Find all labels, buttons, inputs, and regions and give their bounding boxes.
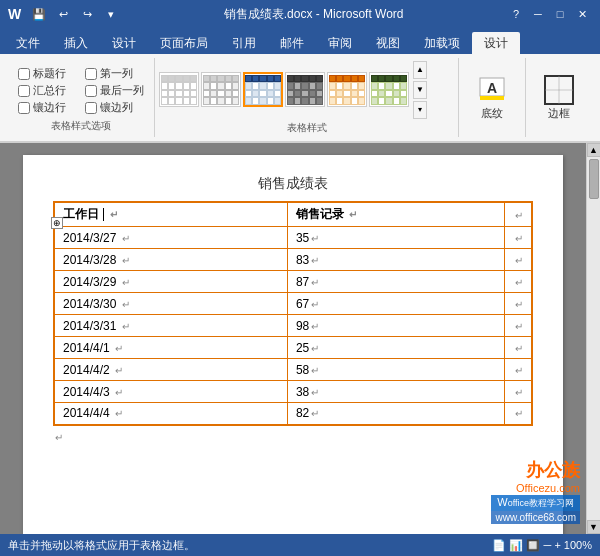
status-message: 单击并拖动以将格式应用于表格边框。 bbox=[8, 538, 195, 553]
sales-table[interactable]: 工作日 ↵ 销售记录 ↵ ↵ bbox=[53, 201, 533, 426]
sales-cell: 58↵ bbox=[287, 359, 504, 381]
app-window: W 💾 ↩ ↪ ▾ 销售成绩表.docx - Microsoft Word ? … bbox=[0, 0, 600, 556]
title-text: 销售成绩表.docx - Microsoft Word bbox=[121, 6, 506, 23]
doc-footer: ↵ bbox=[53, 430, 533, 444]
table-style-grid1[interactable] bbox=[201, 72, 241, 107]
border-button[interactable]: 边框 bbox=[534, 69, 584, 126]
table-styles-gallery: ▲ ▼ ▾ bbox=[159, 60, 454, 119]
extra-cell: ↵ bbox=[505, 271, 533, 293]
extra-cell: ↵ bbox=[505, 249, 533, 271]
gallery-scroll-down[interactable]: ▼ bbox=[413, 81, 427, 99]
tab-insert[interactable]: 插入 bbox=[52, 32, 100, 54]
shading-group: A 底纹 bbox=[459, 58, 526, 137]
checkbox-last-col[interactable]: 最后一列 bbox=[85, 83, 144, 98]
workday-cell: 2014/3/27 ↵ bbox=[54, 227, 287, 249]
workday-cell: 2014/4/1 ↵ bbox=[54, 337, 287, 359]
workday-cell: 2014/4/2 ↵ bbox=[54, 359, 287, 381]
table-row: 2014/4/1 ↵25↵↵ bbox=[54, 337, 532, 359]
tab-mail[interactable]: 邮件 bbox=[268, 32, 316, 54]
word-icon: W bbox=[8, 6, 21, 22]
scroll-thumb[interactable] bbox=[589, 159, 599, 199]
checkbox-total-row[interactable]: 汇总行 bbox=[18, 83, 77, 98]
tab-file[interactable]: 文件 bbox=[4, 32, 52, 54]
table-row: 2014/4/2 ↵58↵↵ bbox=[54, 359, 532, 381]
main-area: ⊕ 销售成绩表 工作日 ↵ bbox=[0, 143, 600, 534]
sales-cell: 87↵ bbox=[287, 271, 504, 293]
workday-cell: 2014/4/4 ↵ bbox=[54, 403, 287, 425]
svg-rect-1 bbox=[480, 96, 504, 100]
first-col-checkbox[interactable] bbox=[85, 68, 97, 80]
tab-view[interactable]: 视图 bbox=[364, 32, 412, 54]
tab-tabledesign[interactable]: 设计 bbox=[472, 32, 520, 54]
checkbox-band-row[interactable]: 镶边行 bbox=[18, 100, 77, 115]
title-bar-left: W 💾 ↩ ↪ ▾ bbox=[8, 5, 121, 23]
last-col-checkbox[interactable] bbox=[85, 85, 97, 97]
customize-button[interactable]: ▾ bbox=[101, 5, 121, 23]
workday-cell: 2014/3/29 ↵ bbox=[54, 271, 287, 293]
extra-cell: ↵ bbox=[505, 227, 533, 249]
table-style-green1[interactable] bbox=[369, 72, 409, 107]
tab-references[interactable]: 引用 bbox=[220, 32, 268, 54]
tab-addins[interactable]: 加载项 bbox=[412, 32, 472, 54]
help-button[interactable]: ? bbox=[506, 5, 526, 23]
document-page[interactable]: ⊕ 销售成绩表 工作日 ↵ bbox=[23, 155, 563, 534]
extra-cell: ↵ bbox=[505, 403, 533, 425]
border-icon bbox=[543, 74, 575, 106]
sales-cell: 67↵ bbox=[287, 293, 504, 315]
sales-cell: 98↵ bbox=[287, 315, 504, 337]
table-header-row: 工作日 ↵ 销售记录 ↵ ↵ bbox=[54, 202, 532, 227]
save-button[interactable]: 💾 bbox=[29, 5, 49, 23]
table-styles-label: 表格样式 bbox=[159, 121, 454, 135]
workday-cell: 2014/4/3 ↵ bbox=[54, 381, 287, 403]
undo-button[interactable]: ↩ bbox=[53, 5, 73, 23]
tab-design1[interactable]: 设计 bbox=[100, 32, 148, 54]
table-style-options-label: 表格样式选项 bbox=[14, 119, 148, 133]
gallery-scroll-up[interactable]: ▲ bbox=[413, 61, 427, 79]
table-move-handle[interactable]: ⊕ bbox=[51, 217, 63, 229]
col-extra: ↵ bbox=[505, 202, 533, 227]
shading-button[interactable]: A 底纹 bbox=[467, 69, 517, 126]
table-row: 2014/3/29 ↵87↵↵ bbox=[54, 271, 532, 293]
band-col-checkbox[interactable] bbox=[85, 102, 97, 114]
col-sales: 销售记录 ↵ bbox=[287, 202, 504, 227]
gallery-expand[interactable]: ▾ bbox=[413, 101, 427, 119]
status-bar: 单击并拖动以将格式应用于表格边框。 📄 📊 🔲 ─ + 100% bbox=[0, 534, 600, 556]
status-icons: 📄 📊 🔲 ─ + 100% bbox=[492, 539, 592, 552]
table-row: 2014/4/3 ↵38↵↵ bbox=[54, 381, 532, 403]
vertical-scrollbar: ▲ ▼ bbox=[586, 143, 600, 534]
checkbox-first-col[interactable]: 第一列 bbox=[85, 66, 144, 81]
workday-cell: 2014/3/28 ↵ bbox=[54, 249, 287, 271]
scroll-up-button[interactable]: ▲ bbox=[587, 143, 601, 157]
doc-title: 销售成绩表 bbox=[53, 175, 533, 193]
table-style-dark1[interactable] bbox=[285, 72, 325, 107]
redo-button[interactable]: ↪ bbox=[77, 5, 97, 23]
col-workday: 工作日 ↵ bbox=[54, 202, 287, 227]
checkbox-band-col[interactable]: 镶边列 bbox=[85, 100, 144, 115]
table-row: 2014/3/31 ↵98↵↵ bbox=[54, 315, 532, 337]
scroll-down-button[interactable]: ▼ bbox=[587, 520, 601, 534]
shading-icon: A bbox=[476, 74, 508, 106]
tab-layout[interactable]: 页面布局 bbox=[148, 32, 220, 54]
extra-cell: ↵ bbox=[505, 381, 533, 403]
table-style-plain[interactable] bbox=[159, 72, 199, 107]
cursor bbox=[103, 208, 104, 221]
sales-cell: 82↵ bbox=[287, 403, 504, 425]
tab-review[interactable]: 审阅 bbox=[316, 32, 364, 54]
close-button[interactable]: ✕ bbox=[572, 5, 592, 23]
table-row: 2014/3/27 ↵35↵↵ bbox=[54, 227, 532, 249]
extra-cell: ↵ bbox=[505, 337, 533, 359]
extra-cell: ↵ bbox=[505, 293, 533, 315]
checkbox-title-row[interactable]: 标题行 bbox=[18, 66, 77, 81]
band-row-checkbox[interactable] bbox=[18, 102, 30, 114]
restore-button[interactable]: □ bbox=[550, 5, 570, 23]
title-row-checkbox[interactable] bbox=[18, 68, 30, 80]
extra-cell: ↵ bbox=[505, 315, 533, 337]
minimize-button[interactable]: ─ bbox=[528, 5, 548, 23]
shading-label: 底纹 bbox=[481, 106, 503, 121]
total-row-checkbox[interactable] bbox=[18, 85, 30, 97]
svg-text:A: A bbox=[487, 80, 497, 96]
ribbon-content: 标题行 第一列 汇总行 最后一列 镶边行 镶边列 表格样式选项 bbox=[0, 54, 600, 143]
table-style-blue1[interactable] bbox=[243, 72, 283, 107]
sales-cell: 83↵ bbox=[287, 249, 504, 271]
table-style-orange1[interactable] bbox=[327, 72, 367, 107]
